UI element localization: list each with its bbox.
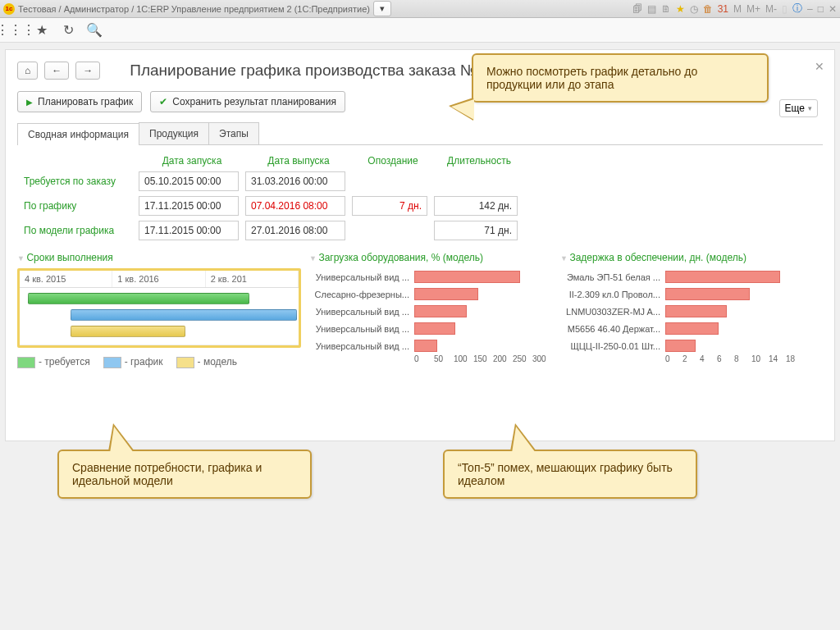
row-model-label: По модели графика xyxy=(17,225,139,236)
window-titlebar: 1c Тестовая / Администратор / 1C:ERP Упр… xyxy=(0,0,840,18)
callout-comparison: Сравнение потребности, графика и идеальн… xyxy=(57,450,312,499)
close-icon[interactable]: ✕ xyxy=(815,60,824,73)
col-dur: Длительность xyxy=(434,155,524,167)
gantt-legend: - требуется - график - модель xyxy=(17,356,301,368)
plan-label: Планировать график xyxy=(38,96,133,107)
equipment-title: Загрузка оборудования, % (модель) xyxy=(309,252,552,263)
bar-row: Универсальный вид ... xyxy=(309,303,552,320)
tb-min[interactable]: – xyxy=(807,3,813,15)
row-schedule: По графику 17.11.2015 00:00 07.04.2016 0… xyxy=(17,196,823,216)
legend-model: - модель xyxy=(198,356,238,368)
bar-fill xyxy=(665,340,696,352)
model-end[interactable]: 27.01.2016 08:00 xyxy=(245,221,345,240)
main-panel: ✕ ⌂ ← → Планирование графика производств… xyxy=(5,49,835,441)
search-icon[interactable]: 🔍 xyxy=(87,23,102,38)
callout-tabs-text: Можно посмотреть график детально до прод… xyxy=(486,65,697,91)
tb-max[interactable]: □ xyxy=(818,3,824,15)
bar-label: Универсальный вид ... xyxy=(309,324,414,334)
gantt-bar-model xyxy=(71,326,185,337)
bar-row: ЩЦЦ-II-250-0.01 Шт... xyxy=(560,337,803,354)
apps-icon[interactable]: ⋮⋮⋮ xyxy=(8,23,23,38)
section-timeline: Сроки выполнения 4 кв. 2015 1 кв. 2016 2… xyxy=(17,252,301,368)
bar-fill xyxy=(665,271,780,283)
bar-label: Универсальный вид ... xyxy=(309,272,414,282)
bar-label: Универсальный вид ... xyxy=(309,307,414,317)
section-supply-delay: Задержка в обеспечении, дн. (модель) Эма… xyxy=(560,252,803,368)
more-button[interactable]: Еще▾ xyxy=(779,99,818,117)
tb-info[interactable]: ⓘ xyxy=(792,2,802,16)
sched-start[interactable]: 17.11.2015 00:00 xyxy=(139,196,239,216)
gantt-bar-required xyxy=(28,293,249,304)
more-label: Еще xyxy=(785,103,805,114)
tb-mplus[interactable]: M+ xyxy=(746,3,760,15)
plan-schedule-button[interactable]: ▶Планировать график xyxy=(17,91,142,112)
tb-icon-clip[interactable]: 🗐 xyxy=(632,3,642,15)
tab-summary[interactable]: Сводная информация xyxy=(17,123,139,145)
tb-icon-calc[interactable]: ▤ xyxy=(647,3,656,15)
bar-fill xyxy=(414,271,520,283)
bar-row: Эмаль ЭП-51 белая ... xyxy=(560,268,803,285)
bar-row: Универсальный вид ... xyxy=(309,268,552,285)
row-schedule-label: По графику xyxy=(17,200,139,212)
tb-icon-doc[interactable]: 🗎 xyxy=(661,3,671,15)
bar-row: Слесарно-фрезерны... xyxy=(309,285,552,303)
gantt-q2: 1 кв. 2016 xyxy=(112,271,205,287)
app-icon: 1c xyxy=(3,3,15,15)
bar-row: M5656 46.40 Держат... xyxy=(560,320,803,337)
legend-schedule: - график xyxy=(125,356,163,368)
tb-sep: ▯ xyxy=(782,3,788,15)
gantt-q1: 4 кв. 2015 xyxy=(20,271,112,287)
sched-dur[interactable]: 142 дн. xyxy=(434,196,518,216)
tab-stages[interactable]: Этапы xyxy=(208,122,259,144)
bar-row: Универсальный вид ... xyxy=(309,320,552,337)
home-button[interactable]: ⌂ xyxy=(17,62,38,80)
tb-m[interactable]: M xyxy=(733,3,742,15)
bar-label: II-2.309 кл.0 Провол... xyxy=(560,290,665,299)
equipment-chart: Универсальный вид ...Слесарно-фрезерны..… xyxy=(309,268,552,363)
bar-row: II-2.309 кл.0 Провол... xyxy=(560,285,803,303)
model-start[interactable]: 17.11.2015 00:00 xyxy=(139,221,239,240)
star-icon[interactable]: ★ xyxy=(34,23,49,38)
sched-late[interactable]: 7 дн. xyxy=(352,196,427,216)
tab-bar: Сводная информация Продукция Этапы xyxy=(17,122,823,145)
tb-icon-trash[interactable]: 🗑 xyxy=(703,3,713,15)
titlebar-dropdown[interactable]: ▾ xyxy=(373,1,391,16)
model-dur[interactable]: 71 дн. xyxy=(434,221,518,240)
tb-icon-cal[interactable]: 31 xyxy=(718,3,728,15)
tb-icon-star[interactable]: ★ xyxy=(676,3,685,15)
tb-icon-clock[interactable]: ◷ xyxy=(690,3,698,15)
history-icon[interactable]: ↻ xyxy=(61,23,75,38)
app-toolbar: ⋮⋮⋮ ★ ↻ 🔍 xyxy=(0,18,840,43)
bar-fill xyxy=(665,305,727,317)
back-button[interactable]: ← xyxy=(44,62,69,80)
gantt-bar-schedule xyxy=(71,309,297,321)
bar-label: M5656 46.40 Держат... xyxy=(560,324,665,334)
bar-row: Универсальный вид ... xyxy=(309,337,552,354)
gantt-q3: 2 кв. 201 xyxy=(206,271,299,287)
bar-fill xyxy=(414,288,478,300)
swatch-model xyxy=(176,357,194,368)
supply-chart: Эмаль ЭП-51 белая ...II-2.309 кл.0 Прово… xyxy=(560,268,803,363)
bar-label: ЩЦЦ-II-250-0.01 Шт... xyxy=(560,341,665,351)
callout-top5: “Топ-5” помех, мешающих графику быть иде… xyxy=(443,450,697,499)
bar-label: Слесарно-фрезерны... xyxy=(309,290,414,299)
callout-comparison-text: Сравнение потребности, графика и идеальн… xyxy=(72,461,262,487)
tab-products[interactable]: Продукция xyxy=(139,122,209,144)
col-end: Дата выпуска xyxy=(245,155,352,167)
gantt-chart: 4 кв. 2015 1 кв. 2016 2 кв. 201 xyxy=(17,268,301,348)
bar-fill xyxy=(414,340,437,352)
tb-close[interactable]: ✕ xyxy=(829,3,837,15)
col-start: Дата запуска xyxy=(139,155,245,167)
legend-required: - требуется xyxy=(39,356,90,368)
save-result-button[interactable]: ✔Сохранить результат планирования xyxy=(150,91,345,112)
sched-end[interactable]: 07.04.2016 08:00 xyxy=(245,196,345,216)
bar-fill xyxy=(414,305,467,317)
swatch-required xyxy=(17,357,35,368)
tb-mminus[interactable]: M- xyxy=(765,3,777,15)
bar-label: LNMU0303ZER-MJ A... xyxy=(560,307,665,317)
forward-button[interactable]: → xyxy=(75,62,100,80)
order-start[interactable]: 05.10.2015 00:00 xyxy=(139,171,239,191)
order-end[interactable]: 31.03.2016 00:00 xyxy=(245,171,345,191)
callout-top5-text: “Топ-5” помех, мешающих графику быть иде… xyxy=(458,461,673,487)
date-grid-header: Дата запуска Дата выпуска Опоздание Длит… xyxy=(17,155,823,167)
